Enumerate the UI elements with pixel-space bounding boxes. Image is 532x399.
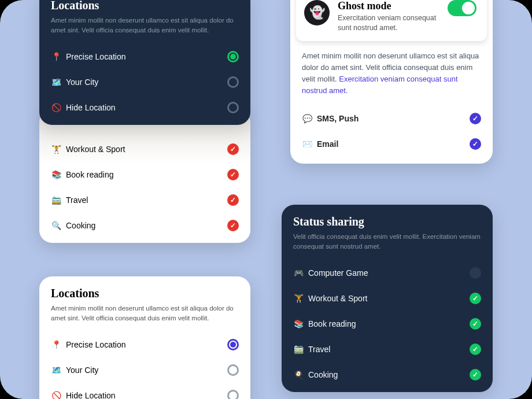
check-selected[interactable] [470,343,481,355]
cooking-icon: 🍳 [293,370,304,379]
radio-unselected[interactable] [227,364,239,376]
interests-card: 🏋️ Workout & Sport 📚 Book reading 🚞 Trav… [39,110,250,243]
radio-selected[interactable] [227,51,239,62]
locations-title: Locations [51,0,239,12]
status-label: Computer Game [308,268,368,278]
location-row-hide[interactable]: 🚫 Hide Location [44,383,246,399]
ghost-item-label: SMS, Push [317,114,359,123]
status-label: Workout & Sport [308,294,367,303]
check-selected[interactable] [227,194,239,206]
ghost-toggle[interactable] [448,0,476,16]
status-desc: Velit officia consequat duis enim velit … [293,232,481,251]
map-icon: 🗺️ [51,365,61,375]
check-selected[interactable] [227,220,239,231]
status-row-books[interactable]: 📚 Book reading [286,311,488,337]
check-selected[interactable] [227,143,239,155]
status-label: Cooking [308,370,338,379]
check-selected[interactable] [470,318,481,330]
interest-row-books[interactable]: 📚 Book reading [44,162,246,187]
location-label: Hide Location [66,103,116,112]
no-entry-icon: 🚫 [51,103,61,112]
ghost-header: 👻 Ghost mode Exercitation veniam consequ… [296,0,487,41]
status-title: Status sharing [293,215,481,228]
travel-icon: 🚞 [293,345,304,354]
status-card: Status sharing Velit officia consequat d… [282,205,493,392]
ghost-subtitle: Exercitation veniam consequat sunt nostr… [338,13,439,33]
ghost-title: Ghost mode [338,0,439,12]
check-selected[interactable] [470,113,481,124]
location-row-precise[interactable]: 📍 Precise Location [44,332,246,357]
ghost-list: 💬 SMS, Push ✉️ Email [290,105,493,160]
location-row-precise[interactable]: 📍 Precise Location [44,44,246,69]
cooking-icon: 🔍 [51,221,61,230]
status-label: Travel [308,345,330,354]
books-icon: 📚 [293,319,304,328]
interest-row-cooking[interactable]: 🔍 Cooking [44,213,246,238]
check-selected[interactable] [470,138,481,150]
location-label: Hide Location [66,391,116,399]
ghost-item-label: Email [317,139,338,149]
locations-list: 📍 Precise Location 🗺️ Your City 🚫 Hide L… [39,328,250,399]
locations-title: Locations [51,287,239,300]
pin-icon: 📍 [51,52,61,61]
locations-desc: Amet minim mollit non deserunt ullamco e… [51,16,239,35]
workout-icon: 🏋️ [293,294,304,303]
location-label: Precise Location [66,52,126,61]
no-entry-icon: 🚫 [51,391,61,399]
interest-row-workout[interactable]: 🏋️ Workout & Sport [44,136,246,162]
status-row-travel[interactable]: 🚞 Travel [286,337,488,362]
game-icon: 🎮 [293,268,304,278]
locations-card-dark: Locations Amet minim mollit non deserunt… [39,0,250,125]
radio-selected[interactable] [227,339,239,350]
radio-unselected[interactable] [227,390,239,399]
location-row-city[interactable]: 🗺️ Your City [44,69,246,95]
location-row-hide[interactable]: 🚫 Hide Location [44,95,246,120]
pin-icon: 📍 [51,340,61,349]
canvas: Locations Amet minim mollit non deserunt… [0,0,532,399]
ghost-row-email[interactable]: ✉️ Email [295,131,488,157]
check-selected[interactable] [470,293,481,304]
ghost-card: 👻 Ghost mode Exercitation veniam consequ… [290,0,493,164]
ghost-icon: 👻 [304,0,330,25]
radio-unselected[interactable] [227,102,239,113]
workout-icon: 🏋️ [51,145,61,154]
map-icon: 🗺️ [51,77,61,87]
ghost-body: Amet minim mollit non deserunt ullamco e… [290,45,493,105]
status-row-cooking[interactable]: 🍳 Cooking [286,362,488,387]
sms-icon: 💬 [302,114,312,123]
locations-desc: Amet minim mollit non deserunt ullamco e… [51,304,239,323]
email-icon: ✉️ [302,139,312,149]
location-label: Your City [66,365,98,375]
interests-list: 🏋️ Workout & Sport 📚 Book reading 🚞 Trav… [39,133,250,243]
location-row-city[interactable]: 🗺️ Your City [44,357,246,383]
locations-list: 📍 Precise Location 🗺️ Your City 🚫 Hide L… [39,40,250,125]
check-selected[interactable] [227,169,239,180]
interest-label: Workout & Sport [66,145,125,154]
check-selected[interactable] [470,369,481,380]
location-label: Precise Location [66,340,126,349]
status-list: 🎮 Computer Game 🏋️ Workout & Sport 📚 Boo… [282,257,493,392]
ghost-row-sms[interactable]: 💬 SMS, Push [295,106,488,131]
status-row-game[interactable]: 🎮 Computer Game [286,260,488,286]
interest-label: Book reading [66,170,114,179]
location-label: Your City [66,77,98,87]
interest-label: Cooking [66,221,95,230]
travel-icon: 🚞 [51,195,61,205]
books-icon: 📚 [51,170,61,179]
interest-label: Travel [66,195,88,205]
locations-card-light: Locations Amet minim mollit non deserunt… [39,276,250,399]
check-unselected[interactable] [470,267,481,279]
status-row-workout[interactable]: 🏋️ Workout & Sport [286,286,488,311]
status-label: Book reading [308,319,356,328]
interest-row-travel[interactable]: 🚞 Travel [44,187,246,213]
radio-unselected[interactable] [227,76,239,88]
